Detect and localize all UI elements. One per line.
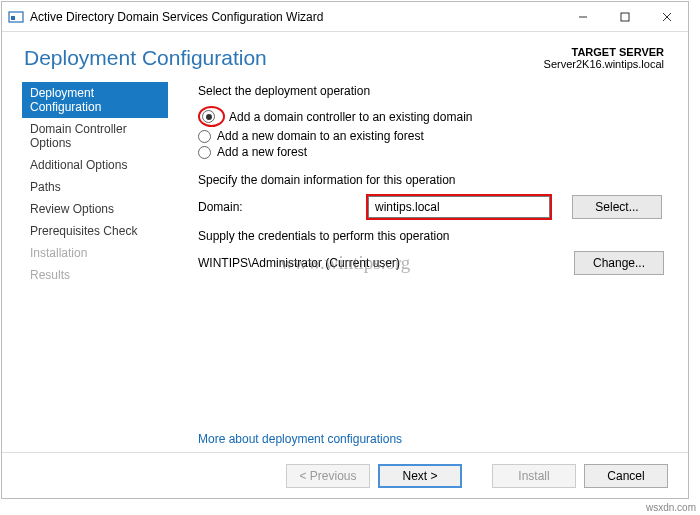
body: Deployment Configuration Domain Controll… (2, 80, 688, 452)
radio-icon (198, 146, 211, 159)
sidebar-item-deployment-configuration[interactable]: Deployment Configuration (22, 82, 168, 118)
radio-add-dc-existing-domain[interactable]: Add a domain controller to an existing d… (198, 106, 664, 127)
page-title: Deployment Configuration (24, 46, 267, 70)
sidebar-item-additional-options[interactable]: Additional Options (22, 154, 168, 176)
footer: < Previous Next > Install Cancel (2, 452, 688, 498)
domain-input[interactable] (368, 196, 550, 218)
domain-label: Domain: (198, 200, 368, 214)
minimize-button[interactable] (562, 2, 604, 32)
titlebar: Active Directory Domain Services Configu… (2, 2, 688, 32)
sidebar-item-installation: Installation (22, 242, 168, 264)
sidebar-item-review-options[interactable]: Review Options (22, 198, 168, 220)
radio-icon (202, 110, 215, 123)
header: Deployment Configuration TARGET SERVER S… (2, 32, 688, 80)
window-title: Active Directory Domain Services Configu… (30, 10, 562, 24)
credentials-row: WINTIPS\Administrator (Current user) Cha… (198, 251, 664, 275)
next-button[interactable]: Next > (378, 464, 462, 488)
radio-add-domain-existing-forest[interactable]: Add a new domain to an existing forest (198, 129, 664, 143)
target-server-block: TARGET SERVER Server2K16.wintips.local (544, 46, 664, 70)
highlight-circle-icon (198, 106, 225, 127)
install-button: Install (492, 464, 576, 488)
select-domain-button[interactable]: Select... (572, 195, 662, 219)
credentials-user: WINTIPS\Administrator (Current user) (198, 256, 552, 270)
svg-rect-1 (11, 16, 15, 20)
cancel-button[interactable]: Cancel (584, 464, 668, 488)
sidebar-item-results: Results (22, 264, 168, 286)
content-pane: Select the deployment operation Add a do… (168, 80, 688, 452)
attribution-text: wsxdn.com (646, 502, 696, 513)
radio-label: Add a new domain to an existing forest (217, 129, 424, 143)
sidebar-item-domain-controller-options[interactable]: Domain Controller Options (22, 118, 168, 154)
supply-credentials-label: Supply the credentials to perform this o… (198, 229, 664, 243)
select-operation-label: Select the deployment operation (198, 84, 664, 98)
app-icon (8, 9, 24, 25)
wizard-window: Active Directory Domain Services Configu… (1, 1, 689, 499)
radio-label: Add a domain controller to an existing d… (229, 110, 472, 124)
sidebar-item-paths[interactable]: Paths (22, 176, 168, 198)
specify-domain-label: Specify the domain information for this … (198, 173, 664, 187)
close-button[interactable] (646, 2, 688, 32)
change-credentials-button[interactable]: Change... (574, 251, 664, 275)
sidebar: Deployment Configuration Domain Controll… (2, 80, 168, 452)
more-info-link[interactable]: More about deployment configurations (198, 432, 402, 446)
sidebar-item-prerequisites-check[interactable]: Prerequisites Check (22, 220, 168, 242)
target-server-name: Server2K16.wintips.local (544, 58, 664, 70)
domain-row: Domain: Select... (198, 195, 664, 219)
maximize-button[interactable] (604, 2, 646, 32)
svg-rect-3 (621, 13, 629, 21)
target-server-label: TARGET SERVER (544, 46, 664, 58)
deployment-operation-radio-group: Add a domain controller to an existing d… (198, 106, 664, 159)
radio-add-new-forest[interactable]: Add a new forest (198, 145, 664, 159)
radio-label: Add a new forest (217, 145, 307, 159)
radio-icon (198, 130, 211, 143)
previous-button: < Previous (286, 464, 370, 488)
